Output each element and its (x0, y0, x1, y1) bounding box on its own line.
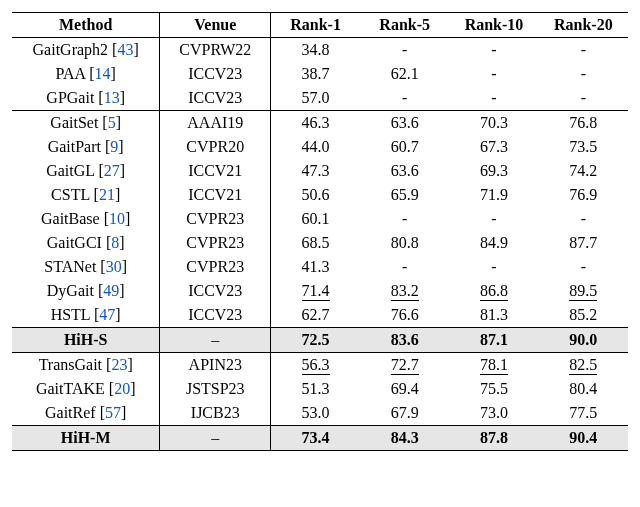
col-venue: Venue (160, 13, 271, 38)
rank-cell: 60.7 (360, 135, 449, 159)
rank-cell: - (360, 38, 449, 63)
rank-cell: 34.8 (271, 38, 360, 63)
rank-cell: 84.3 (360, 426, 449, 451)
citation-ref: 23 (111, 356, 127, 373)
table-row: HiH-M–73.484.387.890.4 (12, 426, 628, 451)
method-cell: DyGait [49] (12, 279, 160, 303)
rank-cell: 63.6 (360, 159, 449, 183)
venue-cell: – (160, 426, 271, 451)
method-cell: GaitGraph2 [43] (12, 38, 160, 63)
rank-cell: 80.4 (539, 377, 628, 401)
rank-cell: - (360, 86, 449, 111)
rank-cell: 67.3 (449, 135, 538, 159)
rank-cell: - (539, 62, 628, 86)
rank-cell: - (449, 86, 538, 111)
rank-cell: 67.9 (360, 401, 449, 426)
citation-ref: 49 (103, 282, 119, 299)
rank-cell: 56.3 (271, 353, 360, 378)
rank-cell: 83.2 (360, 279, 449, 303)
rank-cell: 78.1 (449, 353, 538, 378)
table-row: GPGait [13]ICCV2357.0--- (12, 86, 628, 111)
citation-ref: 8 (111, 234, 119, 251)
rank-cell: 80.8 (360, 231, 449, 255)
venue-cell: APIN23 (160, 353, 271, 378)
rank-cell: 47.3 (271, 159, 360, 183)
method-cell: HiH-S (12, 328, 160, 353)
method-cell: TransGait [23] (12, 353, 160, 378)
rank-cell: 89.5 (539, 279, 628, 303)
method-cell: GPGait [13] (12, 86, 160, 111)
method-cell: GaitRef [57] (12, 401, 160, 426)
venue-cell: ICCV23 (160, 303, 271, 328)
rank-cell: 73.4 (271, 426, 360, 451)
method-cell: GaitBase [10] (12, 207, 160, 231)
venue-cell: ICCV23 (160, 279, 271, 303)
table-row: STANet [30]CVPR2341.3--- (12, 255, 628, 279)
rank-cell: 68.5 (271, 231, 360, 255)
rank-cell: 76.8 (539, 111, 628, 136)
rank-cell: 63.6 (360, 111, 449, 136)
citation-ref: 21 (99, 186, 115, 203)
rank-cell: - (449, 255, 538, 279)
venue-cell: ICCV23 (160, 62, 271, 86)
table-row: GaitRef [57]IJCB2353.067.973.077.5 (12, 401, 628, 426)
rank-cell: 81.3 (449, 303, 538, 328)
table-row: GaitSet [5]AAAI1946.363.670.376.8 (12, 111, 628, 136)
rank-cell: 83.6 (360, 328, 449, 353)
citation-ref: 43 (117, 41, 133, 58)
rank-cell: 53.0 (271, 401, 360, 426)
rank-cell: 82.5 (539, 353, 628, 378)
venue-cell: CVPR20 (160, 135, 271, 159)
rank-cell: - (539, 86, 628, 111)
citation-ref: 14 (94, 65, 110, 82)
table-row: DyGait [49]ICCV2371.483.286.889.5 (12, 279, 628, 303)
rank-cell: 87.1 (449, 328, 538, 353)
table-row: GaitPart [9]CVPR2044.060.767.373.5 (12, 135, 628, 159)
citation-ref: 20 (114, 380, 130, 397)
table-row: GaitGraph2 [43]CVPRW2234.8--- (12, 38, 628, 63)
rank-cell: - (539, 255, 628, 279)
citation-ref: 27 (104, 162, 120, 179)
rank-cell: 73.0 (449, 401, 538, 426)
rank-cell: 57.0 (271, 86, 360, 111)
venue-cell: ICCV21 (160, 183, 271, 207)
rank-cell: 62.7 (271, 303, 360, 328)
rank-cell: - (449, 38, 538, 63)
rank-cell: - (539, 207, 628, 231)
method-cell: GaitPart [9] (12, 135, 160, 159)
rank-cell: 85.2 (539, 303, 628, 328)
rank-cell: 44.0 (271, 135, 360, 159)
col-method: Method (12, 13, 160, 38)
table-row: TransGait [23]APIN2356.372.778.182.5 (12, 353, 628, 378)
table-row: GaitTAKE [20]JSTSP2351.369.475.580.4 (12, 377, 628, 401)
rank-cell: 65.9 (360, 183, 449, 207)
rank-cell: 62.1 (360, 62, 449, 86)
rank-cell: 70.3 (449, 111, 538, 136)
table-row: GaitBase [10]CVPR2360.1--- (12, 207, 628, 231)
rank-cell: 75.5 (449, 377, 538, 401)
table-row: HSTL [47]ICCV2362.776.681.385.2 (12, 303, 628, 328)
venue-cell: CVPRW22 (160, 38, 271, 63)
col-rank1: Rank-1 (271, 13, 360, 38)
citation-ref: 30 (106, 258, 122, 275)
venue-cell: – (160, 328, 271, 353)
rank-cell: 50.6 (271, 183, 360, 207)
col-rank20: Rank-20 (539, 13, 628, 38)
rank-cell: 38.7 (271, 62, 360, 86)
rank-cell: - (449, 62, 538, 86)
method-cell: GaitTAKE [20] (12, 377, 160, 401)
venue-cell: JSTSP23 (160, 377, 271, 401)
rank-cell: 60.1 (271, 207, 360, 231)
rank-cell: 72.7 (360, 353, 449, 378)
rank-cell: 86.8 (449, 279, 538, 303)
rank-cell: 77.5 (539, 401, 628, 426)
method-cell: GaitSet [5] (12, 111, 160, 136)
rank-cell: 69.4 (360, 377, 449, 401)
col-rank5: Rank-5 (360, 13, 449, 38)
rank-cell: 51.3 (271, 377, 360, 401)
venue-cell: CVPR23 (160, 231, 271, 255)
citation-ref: 13 (104, 89, 120, 106)
venue-cell: IJCB23 (160, 401, 271, 426)
rank-cell: 76.9 (539, 183, 628, 207)
citation-ref: 47 (99, 306, 115, 323)
